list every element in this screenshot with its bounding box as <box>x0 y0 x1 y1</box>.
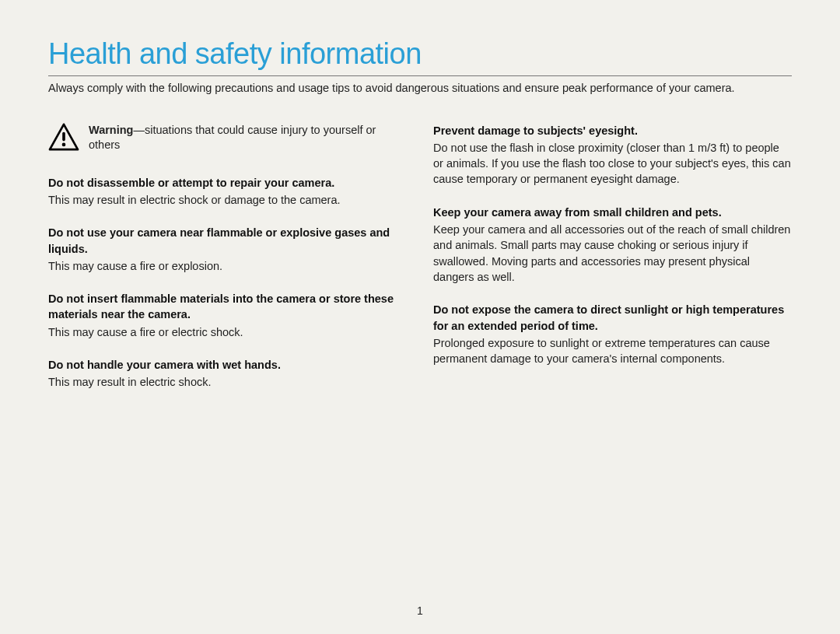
safety-item: Do not use your camera near flammable or… <box>48 225 407 274</box>
safety-item: Do not expose the camera to direct sunli… <box>433 302 792 366</box>
safety-item-head: Do not use your camera near flammable or… <box>48 225 407 257</box>
safety-item-body: Prolonged exposure to sunlight or extrem… <box>433 335 792 367</box>
safety-item: Do not disassemble or attempt to repair … <box>48 175 407 208</box>
content-columns: Warning—situations that could cause inju… <box>48 123 792 408</box>
safety-item-body: This may result in electric shock or dam… <box>48 192 407 208</box>
safety-item-head: Do not insert flammable materials into t… <box>48 291 407 323</box>
left-column: Warning—situations that could cause inju… <box>48 123 407 408</box>
safety-item-head: Keep your camera away from small childre… <box>433 205 792 220</box>
safety-item: Prevent damage to subjects' eyesight. Do… <box>433 123 792 187</box>
warning-block: Warning—situations that could cause inju… <box>48 123 407 153</box>
intro-text: Always comply with the following precaut… <box>48 81 792 96</box>
warning-text: Warning—situations that could cause inju… <box>89 123 407 153</box>
safety-item-body: Do not use the flash in close proximity … <box>433 140 792 187</box>
safety-item: Do not handle your camera with wet hands… <box>48 357 407 391</box>
safety-item-body: This may result in electric shock. <box>48 374 407 390</box>
safety-item-head: Prevent damage to subjects' eyesight. <box>433 123 792 138</box>
safety-item-body: This may cause a fire or electric shock. <box>48 324 407 340</box>
title-divider <box>48 75 792 76</box>
safety-item-head: Do not handle your camera with wet hands… <box>48 357 407 373</box>
safety-item-head: Do not expose the camera to direct sunli… <box>433 302 792 334</box>
page-number: 1 <box>0 604 840 617</box>
safety-item: Keep your camera away from small childre… <box>433 205 792 285</box>
safety-item-head: Do not disassemble or attempt to repair … <box>48 175 407 191</box>
right-column: Prevent damage to subjects' eyesight. Do… <box>433 123 792 408</box>
warning-lead: Warning <box>89 124 133 136</box>
svg-point-1 <box>62 142 66 146</box>
warning-triangle-icon <box>48 123 79 151</box>
safety-item-body: This may cause a fire or explosion. <box>48 258 407 274</box>
page-title: Health and safety information <box>48 37 792 71</box>
safety-item-body: Keep your camera and all accessories out… <box>433 222 792 285</box>
safety-item: Do not insert flammable materials into t… <box>48 291 407 340</box>
svg-rect-0 <box>62 131 65 141</box>
